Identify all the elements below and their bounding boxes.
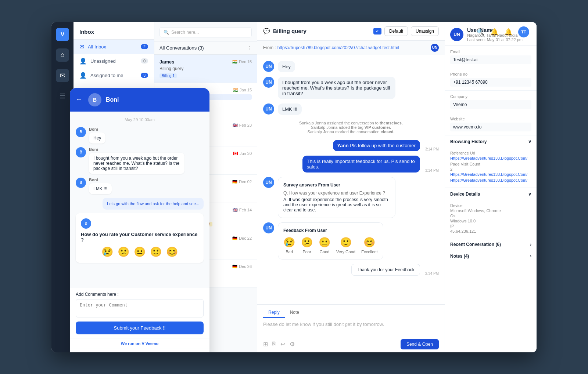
emoji-excellent-widget[interactable]: 😊 [166,246,178,258]
comment-input[interactable] [76,299,204,317]
emoji-good-widget[interactable]: 😐 [134,246,146,258]
notes-section[interactable]: Notes (4) › [445,250,537,262]
website-value: www.veemo.io [450,123,531,131]
feedback-title: Feedback From User [283,228,378,233]
widget-bubble-hey: Hey [89,132,105,144]
sidebar-item-assigned[interactable]: 👤 Assigned to me 3 [74,68,154,83]
user-avatar: UN [263,104,274,115]
msg-row-thanks: Thank-you for your Feedback 3:14 PM [263,264,439,276]
recent-conv-section[interactable]: Recent Conversation (6) › [445,238,537,250]
ip-label: IP [450,224,531,228]
send-open-button[interactable]: Send & Open [401,339,439,349]
widget-user-avatar: B [76,127,86,137]
nav-inbox[interactable]: ✉ [56,69,69,82]
emoji-label: Bad [286,250,293,254]
inbox-badge: 2 [141,44,148,49]
conv-list-header: 🔍 Search here... [154,22,257,41]
filter-icon[interactable]: ⋮ [247,45,252,51]
widget-timestamp: May 29 10:00am [76,116,204,123]
search-box[interactable]: 🔍 Search here... [159,27,252,37]
survey-question-widget: How do you rate your Customer service ex… [81,232,198,243]
chat-title: 💬 Billing query [263,28,370,35]
flag-james: 🇮🇳 [232,59,237,64]
browsing-history-section[interactable]: Browsing History ∨ [445,135,537,147]
ref-url-label: Reference Url [450,151,531,155]
search-icon[interactable]: 🔍 [476,28,484,36]
nav-home[interactable]: ⌂ [56,48,69,62]
ref-url[interactable]: Https://Greatadventures133.Blogspot.Com/ [450,156,531,160]
bell-icon[interactable]: 🔔 [490,28,498,36]
chat-widget: ← B Boni May 29 10:00am B Boni Hey B Bon… [70,88,209,352]
emoji-very-good: 🙂 Very Good [336,237,355,254]
conv-date: 🇩🇪 Dec 22 [232,236,252,241]
survey-avatar: B [81,218,91,229]
chat-input-text: Please do let me know if you still don't… [257,318,445,336]
tab-note[interactable]: Note [285,308,304,318]
msg-bubble: I bought from you a week ago but the ord… [278,77,395,99]
chat-body: UN Hey UN I bought from you a week ago b… [257,55,445,304]
very-good-icon: 🙂 [340,237,352,248]
tab-reply[interactable]: Reply [263,308,285,318]
more-url-1[interactable]: Https://Greatadventures133.Blogspot.Com/ [450,172,531,177]
device-value: Microsoft Windows, Chrome [450,208,531,213]
undo-icon[interactable]: ↩ [280,341,285,348]
emoji-label: Excellent [361,250,378,254]
widget-user-avatar: B [76,147,86,157]
widget-msg-order: B Boni I bought from you a week ago but … [76,147,204,174]
widget-user-name: Boni [89,127,105,131]
conv-date: 🇬🇧 Feb 23 [233,123,252,128]
alert-icon[interactable]: 🔔 [504,28,512,36]
msg-time: 3:14 PM [425,147,439,151]
widget-comment-section: Add Comments here : Submit your Feedback… [70,288,209,338]
msg-row-agent-1: Yann Pls follow up with the customer 3:1… [263,140,439,151]
website-section: Website www.veemo.io [445,113,537,135]
assigned-icon: 👤 [79,72,87,79]
user-avatar: UN [263,222,274,233]
emoji-excellent[interactable]: 😊 Excellent [361,237,378,254]
from-url[interactable]: https://trupesh789.blogspot.com/2022/07/… [277,45,399,50]
agent-bubble: Yann Pls follow up with the customer [333,140,420,151]
unassign-btn[interactable]: Unassign [411,26,439,36]
top-avatar[interactable]: TT [518,26,529,37]
more-url-2[interactable]: Https://Greatadventures133.Blogspot.Com/ [450,178,531,182]
chevron-right-icon: › [530,242,531,247]
settings-icon[interactable]: ⚙ [290,341,295,348]
sidebar-item-unassigned[interactable]: 👤 Unassigned 0 [74,54,154,68]
msg-row-feedback: UN Feedback From User 😢 Bad 😕 Poor [263,222,439,259]
copy-icon[interactable]: ⎘ [272,341,276,348]
conv-tag: Billing 1 [159,73,177,78]
msg-time: 3:14 PM [425,272,439,276]
default-btn[interactable]: Default [384,26,408,36]
back-button[interactable]: ← [76,96,82,104]
sidebar-item-label: All Inbox [88,44,106,50]
widget-user-avatar: B [76,178,86,188]
company-value: Veemo [450,100,531,109]
os-value: Windows 10.0 [450,219,531,223]
device-title: Device Details [450,192,480,197]
recent-conv-label: Recent Conversation (6) [450,242,501,247]
device-details-section[interactable]: Device Details ∨ [445,188,537,200]
sidebar-item-all-inbox[interactable]: ✉ All Inbox 2 [74,40,154,54]
phone-section: Phone no +91 12345 67890 [445,68,537,91]
nav-reports[interactable]: ☰ [56,90,69,103]
widget-bubble-lmk: LMK !!! [89,183,112,194]
chat-input-area: Reply Note Please do let me know if you … [257,304,445,352]
app-logo[interactable]: V [56,28,69,41]
emoji-bad-widget[interactable]: 😢 [101,246,113,258]
sidebar-header: Inbox [74,22,154,40]
emoji-poor-widget[interactable]: 😕 [118,246,129,258]
submit-feedback-button[interactable]: Submit your Feedback !! [76,322,204,334]
notes-label: Notes (4) [450,254,469,259]
chat-input-footer: ⊞ ⎘ ↩ ⚙ Send & Open [257,336,445,352]
emoji-poor: 😕 Poor [301,237,313,254]
survey-question: Q. How was your experience and user Expe… [283,190,390,196]
widget-footer: We run on V Veemo [70,338,209,349]
conv-item-james[interactable]: James 🇮🇳 Dec 15 Billing query Billing 1 [154,55,257,83]
resolve-btn[interactable]: ✓ [373,28,381,35]
emoji-verygood-widget[interactable]: 🙂 [150,246,162,258]
emoji-label: Good [320,250,330,254]
unassigned-icon: 👤 [79,58,87,65]
attach-icon[interactable]: ⊞ [263,341,268,348]
widget-title: Boni [106,97,119,103]
widget-user-name: Boni [89,178,112,182]
